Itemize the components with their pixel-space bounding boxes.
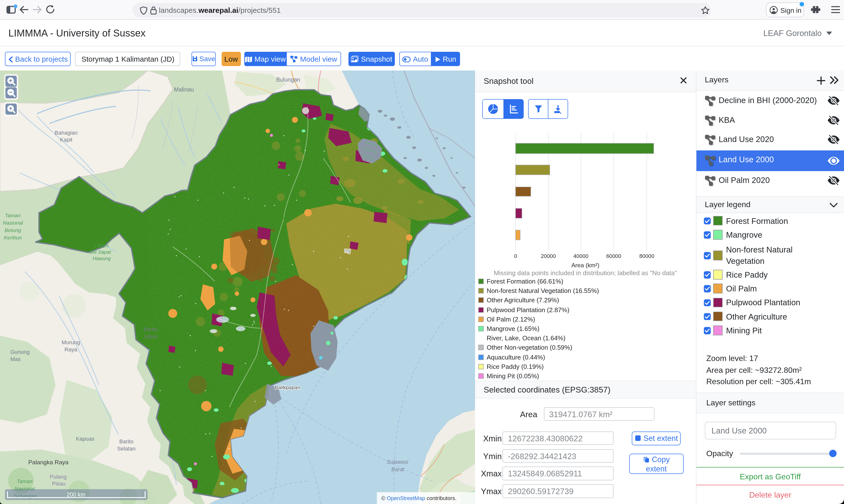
svg-text:Barat: Barat — [391, 466, 404, 472]
svg-text:Nasional: Nasional — [3, 220, 23, 226]
svg-text:Hawung: Hawung — [92, 255, 110, 261]
svg-text:Mas: Mas — [10, 356, 21, 362]
svg-text:Gunung: Gunung — [10, 349, 30, 355]
svg-text:Kapuas: Kapuas — [76, 435, 94, 442]
svg-text:Taman: Taman — [17, 478, 32, 484]
svg-text:Kapit: Kapit — [60, 136, 72, 143]
svg-text:ng: ng — [345, 247, 350, 253]
svg-text:40000: 40000 — [573, 253, 588, 259]
svg-text:Bahagian: Bahagian — [55, 129, 78, 136]
svg-text:Area (km²): Area (km²) — [571, 262, 599, 268]
svg-text:Pisau: Pisau — [52, 480, 65, 486]
svg-text:80000: 80000 — [639, 253, 654, 259]
svg-text:20000: 20000 — [540, 253, 555, 259]
svg-text:Utara: Utara — [144, 333, 157, 339]
svg-text:Balikpapan: Balikpapan — [275, 384, 300, 390]
svg-text:Pulang: Pulang — [50, 473, 67, 480]
svg-text:Malinau: Malinau — [174, 86, 194, 92]
svg-text:60000: 60000 — [606, 253, 621, 259]
svg-text:Taman: Taman — [5, 212, 20, 218]
svg-text:Betung: Betung — [5, 227, 21, 233]
svg-text:Palangka Raya: Palangka Raya — [28, 458, 69, 465]
svg-text:r Alam: r Alam — [94, 242, 108, 248]
svg-text:Murung: Murung — [62, 339, 80, 345]
svg-text:Barito: Barito — [119, 438, 133, 444]
svg-text:Kerihun: Kerihun — [4, 234, 22, 240]
svg-text:Sulawesi: Sulawesi — [386, 458, 409, 465]
svg-text:Barito: Barito — [143, 326, 157, 332]
svg-text:Raya: Raya — [64, 346, 77, 352]
svg-text:200 km: 200 km — [67, 491, 85, 498]
svg-text:0: 0 — [514, 253, 517, 259]
svg-text:ukit Sapat: ukit Sapat — [89, 249, 111, 254]
svg-text:© OpenStreetMap contributors.: © OpenStreetMap contributors. — [381, 495, 457, 501]
svg-text:Selatan: Selatan — [117, 445, 136, 451]
svg-text:Bulungan: Bulungan — [276, 76, 300, 83]
